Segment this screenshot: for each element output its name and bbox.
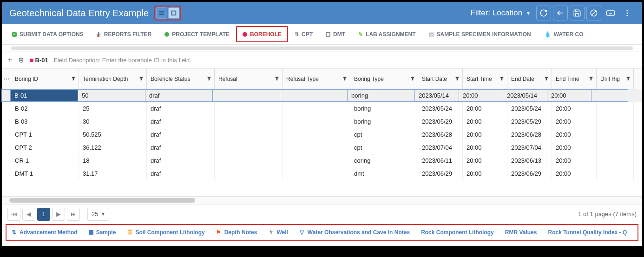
cell-drill-rig[interactable] bbox=[597, 115, 634, 128]
cell-boring-type[interactable]: boring bbox=[350, 115, 418, 128]
tab-borehole[interactable]: BOREHOLE bbox=[236, 26, 288, 42]
row-selector[interactable] bbox=[2, 154, 11, 167]
column-picker-button[interactable]: ⋯ bbox=[2, 69, 11, 89]
cell-drill-rig[interactable] bbox=[597, 102, 634, 115]
cell-drill-rig[interactable] bbox=[597, 167, 634, 180]
cell-boring-id[interactable]: CR-1 bbox=[11, 154, 79, 167]
tab-submit-data-options[interactable]: ✓SUBMIT DATA OPTIONS bbox=[6, 24, 90, 44]
cell-end-date[interactable]: 2023/06/28 bbox=[507, 128, 552, 141]
more-button[interactable] bbox=[620, 6, 635, 20]
tab-scroll-bar[interactable] bbox=[2, 45, 642, 52]
cell-end-time[interactable]: 20:00 bbox=[552, 102, 597, 115]
table-row[interactable]: B-0225drafboring2023/05/2420:002023/05/2… bbox=[2, 102, 642, 115]
cell-boring-type[interactable]: cpt bbox=[350, 141, 418, 154]
pager-page-1-button[interactable]: 1 bbox=[37, 208, 50, 221]
table-row[interactable]: B-0330drafboring2023/05/2920:002023/05/2… bbox=[2, 115, 642, 128]
filter-icon[interactable] bbox=[544, 76, 549, 82]
cell-end-date[interactable]: 2023/06/13 bbox=[507, 154, 552, 167]
tab-cpt[interactable]: ⇅CPT bbox=[288, 24, 319, 44]
table-row[interactable]: B-0150drafboring2023/05/1420:002023/05/1… bbox=[2, 89, 642, 102]
cell-boring-id[interactable]: B-01 bbox=[10, 89, 78, 102]
column-header-termination-depth[interactable]: Termination Depth bbox=[79, 69, 147, 89]
page-size-select[interactable]: 25▼ bbox=[87, 208, 109, 221]
cell-borehole-status[interactable]: draf bbox=[147, 141, 215, 154]
row-selector[interactable] bbox=[2, 102, 11, 115]
tab-reports-filter[interactable]: REPORTS FILTER bbox=[90, 24, 158, 44]
bottom-tab-water-observations-and-cave-in-notes[interactable]: ▽Water Observations and Cave In Notes bbox=[296, 229, 413, 236]
filter-label[interactable]: Filter: Location bbox=[471, 8, 523, 18]
filter-icon[interactable] bbox=[499, 76, 504, 82]
cell-boring-id[interactable]: CPT-1 bbox=[11, 128, 79, 141]
cell-termination-depth[interactable]: 50.525 bbox=[79, 128, 147, 141]
cell-start-time[interactable]: 20:00 bbox=[463, 102, 507, 115]
cell-borehole-status[interactable]: draf bbox=[145, 89, 213, 102]
cell-refusal[interactable] bbox=[215, 102, 283, 115]
filter-icon[interactable] bbox=[71, 76, 76, 82]
cell-boring-type[interactable]: boring bbox=[350, 102, 418, 115]
cell-start-time[interactable]: 20:00 bbox=[463, 115, 507, 128]
cell-start-time[interactable]: 20:00 bbox=[463, 167, 507, 180]
cell-refusal[interactable] bbox=[215, 128, 283, 141]
bottom-tab-sample[interactable]: Sample bbox=[86, 229, 119, 236]
table-row[interactable]: CPT-150.525drafcpt2023/06/2820:002023/06… bbox=[2, 128, 642, 141]
cell-borehole-status[interactable]: draf bbox=[147, 154, 215, 167]
cell-start-date[interactable]: 2023/07/04 bbox=[418, 141, 463, 154]
bottom-tab-soil-component-lithology[interactable]: ☰Soil Component Lithology bbox=[124, 229, 207, 236]
cancel-button[interactable] bbox=[586, 6, 601, 20]
filter-icon[interactable] bbox=[342, 76, 347, 82]
pager-first-button[interactable]: ⏮ bbox=[7, 208, 20, 221]
cell-refusal[interactable] bbox=[215, 141, 283, 154]
cell-refusal[interactable] bbox=[215, 154, 283, 167]
add-row-button[interactable]: + bbox=[7, 55, 13, 65]
bottom-tab-depth-notes[interactable]: ⚑Depth Notes bbox=[213, 229, 260, 236]
cell-boring-id[interactable]: CPT-2 bbox=[11, 141, 79, 154]
cell-end-date[interactable]: 2023/07/04 bbox=[507, 141, 552, 154]
cell-start-date[interactable]: 2023/06/11 bbox=[418, 154, 463, 167]
cell-start-time[interactable]: 20:00 bbox=[463, 141, 507, 154]
cell-end-time[interactable]: 20:00 bbox=[552, 141, 597, 154]
cell-refusal[interactable] bbox=[215, 167, 283, 180]
row-selector[interactable] bbox=[2, 115, 11, 128]
table-row[interactable]: CPT-236.122drafcpt2023/07/0420:002023/07… bbox=[2, 141, 642, 154]
filter-icon[interactable] bbox=[455, 76, 460, 82]
cell-end-date[interactable]: 2023/05/24 bbox=[507, 102, 552, 115]
cell-borehole-status[interactable]: draf bbox=[147, 102, 215, 115]
column-header-boring-type[interactable]: Boring Type bbox=[350, 69, 418, 89]
grid-horizontal-scrollbar[interactable] bbox=[2, 196, 642, 204]
cell-termination-depth[interactable]: 30 bbox=[79, 115, 147, 128]
cell-end-time[interactable]: 20:00 bbox=[552, 154, 597, 167]
row-selector[interactable] bbox=[2, 167, 11, 180]
cell-termination-depth[interactable]: 50 bbox=[78, 89, 145, 102]
cell-boring-id[interactable]: B-03 bbox=[11, 115, 79, 128]
column-header-end-date[interactable]: End Date bbox=[507, 69, 552, 89]
row-selector[interactable] bbox=[1, 89, 11, 102]
cell-boring-type[interactable]: dmt bbox=[350, 167, 418, 180]
cell-boring-type[interactable]: cpt bbox=[350, 128, 418, 141]
cell-termination-depth[interactable]: 18 bbox=[79, 154, 147, 167]
filter-icon[interactable] bbox=[589, 76, 593, 82]
tab-water-co[interactable]: 💧WATER CO bbox=[538, 24, 590, 44]
filter-icon[interactable] bbox=[410, 76, 415, 82]
bottom-tab-rock-component-lithology[interactable]: Rock Component Lithology bbox=[418, 229, 497, 236]
tab-dmt[interactable]: DMT bbox=[319, 24, 352, 44]
cell-borehole-status[interactable]: draf bbox=[147, 128, 215, 141]
column-header-borehole-status[interactable]: Borehole Status bbox=[147, 69, 215, 89]
pager-last-button[interactable]: ⏭ bbox=[67, 208, 80, 221]
pager-next-button[interactable]: ▶ bbox=[52, 208, 65, 221]
row-selector[interactable] bbox=[2, 141, 11, 154]
cell-start-time[interactable]: 20:00 bbox=[463, 128, 507, 141]
cell-termination-depth[interactable]: 36.122 bbox=[79, 141, 147, 154]
cell-start-date[interactable]: 2023/05/29 bbox=[418, 115, 463, 128]
bottom-tab-advancement-method[interactable]: ⇅Advancement Method bbox=[8, 229, 80, 236]
cell-start-time[interactable]: 20:00 bbox=[459, 89, 503, 102]
cell-borehole-status[interactable]: draf bbox=[147, 115, 215, 128]
cell-start-time[interactable]: 20:00 bbox=[463, 154, 507, 167]
filter-icon[interactable] bbox=[207, 76, 211, 82]
column-header-start-time[interactable]: Start Time bbox=[463, 69, 507, 89]
cell-refusal-type[interactable] bbox=[283, 141, 350, 154]
cell-termination-depth[interactable]: 31.17 bbox=[79, 167, 147, 180]
cell-end-date[interactable]: 2023/05/29 bbox=[507, 115, 552, 128]
cell-end-date[interactable]: 2023/05/14 bbox=[503, 89, 547, 102]
cell-termination-depth[interactable]: 25 bbox=[79, 102, 147, 115]
cell-boring-type[interactable]: coring bbox=[350, 154, 418, 167]
